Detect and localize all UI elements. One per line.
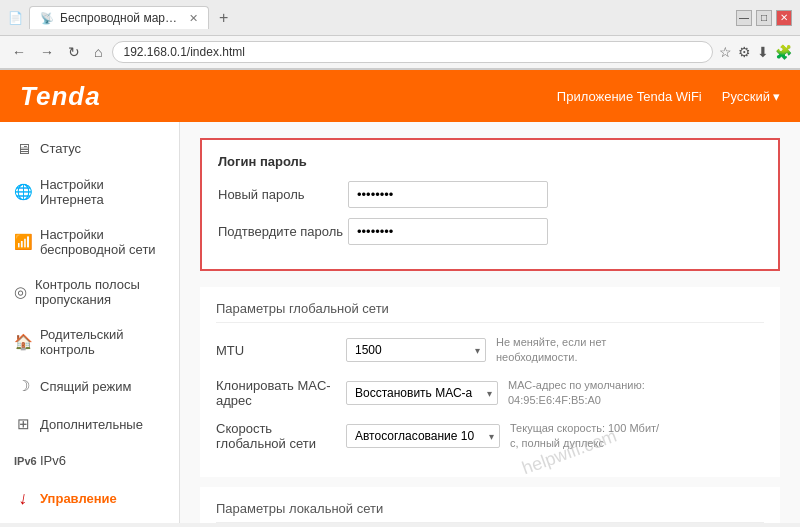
lang-arrow: ▾: [773, 89, 780, 104]
win-maximize-btn[interactable]: □: [756, 10, 772, 26]
mac-select[interactable]: Восстановить МАС-а Клонировать: [346, 381, 498, 405]
sidebar-label-bandwidth: Контроль полосы пропускания: [35, 277, 165, 307]
confirm-password-input[interactable]: [348, 218, 548, 245]
mtu-label: MTU: [216, 343, 336, 358]
settings-icon[interactable]: ⚙: [738, 44, 751, 60]
new-password-label: Новый пароль: [218, 187, 348, 202]
sidebar-item-internet[interactable]: 🌐 Настройки Интернета: [0, 167, 179, 217]
extra-icon: ⊞: [14, 415, 32, 433]
sidebar-item-sleep[interactable]: ☽ Спящий режим: [0, 367, 179, 405]
speed-label: Скорость глобальной сети: [216, 421, 336, 451]
speed-select-wrap: Автосогласование 10 10 Мбит/с 100 Мбит/с…: [346, 424, 500, 448]
active-tab[interactable]: 📡 Беспроводной маршр... ✕: [29, 6, 209, 29]
mac-label: Клонировать MAC-адрес: [216, 378, 336, 408]
mac-select-wrap: Восстановить МАС-а Клонировать ▾: [346, 381, 498, 405]
sidebar-item-ipv6[interactable]: IPv6 IPv6: [0, 443, 179, 478]
sidebar-item-parental[interactable]: 🏠 Родительский контроль: [0, 317, 179, 367]
bandwidth-icon: ◎: [14, 283, 27, 301]
sidebar-label-parental: Родительский контроль: [40, 327, 165, 357]
sidebar-label-internet: Настройки Интернета: [40, 177, 165, 207]
tab-favicon: 📡: [40, 12, 54, 25]
speed-note: Текущая скорость: 100 Мбит/с, полный дуп…: [510, 421, 660, 452]
speed-select[interactable]: Автосогласование 10 10 Мбит/с 100 Мбит/с: [346, 424, 500, 448]
win-close-btn[interactable]: ✕: [776, 10, 792, 26]
sidebar-label-status: Статус: [40, 141, 81, 156]
main-content: Логин пароль Новый пароль Подтвердите па…: [180, 122, 800, 523]
sidebar-label-manage: Управление: [40, 491, 117, 506]
language-selector[interactable]: Русский ▾: [722, 89, 780, 104]
status-icon: 🖥: [14, 140, 32, 157]
social-links: f ✔: [0, 519, 179, 523]
forward-btn[interactable]: →: [36, 42, 58, 62]
sidebar-item-wifi[interactable]: 📶 Настройки беспроводной сети: [0, 217, 179, 267]
speed-row: Скорость глобальной сети Автосогласовани…: [216, 421, 764, 452]
mtu-select-wrap: 1500 1492 1480 ▾: [346, 338, 486, 362]
mtu-select[interactable]: 1500 1492 1480: [346, 338, 486, 362]
wifi-icon: 📶: [14, 233, 32, 251]
new-password-input[interactable]: [348, 181, 548, 208]
internet-icon: 🌐: [14, 183, 32, 201]
new-tab-btn[interactable]: +: [215, 9, 232, 27]
confirm-password-label: Подтвердите пароль: [218, 224, 348, 239]
back-btn[interactable]: ←: [8, 42, 30, 62]
local-network-title: Параметры локальной сети: [216, 501, 764, 523]
ipv6-icon: IPv6: [14, 455, 32, 467]
app-name: Приложение Tenda WiFi: [557, 89, 702, 104]
mac-note: МАС-адрес по умолчанию: 04:95:E6:4F:B5:A…: [508, 378, 658, 409]
mtu-note: Не меняйте, если нет необходимости.: [496, 335, 646, 366]
sidebar-item-status[interactable]: 🖥 Статус: [0, 130, 179, 167]
global-network-title: Параметры глобальной сети: [216, 301, 764, 323]
sidebar-item-bandwidth[interactable]: ◎ Контроль полосы пропускания: [0, 267, 179, 317]
app-header: Tenda Приложение Tenda WiFi Русский ▾: [0, 70, 800, 122]
confirm-password-row: Подтвердите пароль: [218, 218, 762, 245]
win-minimize-btn[interactable]: —: [736, 10, 752, 26]
sleep-icon: ☽: [14, 377, 32, 395]
sidebar-item-extra[interactable]: ⊞ Дополнительные: [0, 405, 179, 443]
sidebar-label-wifi: Настройки беспроводной сети: [40, 227, 165, 257]
parental-icon: 🏠: [14, 333, 32, 351]
local-network-section: Параметры локальной сети IP-адрес локаль…: [200, 487, 780, 523]
new-password-row: Новый пароль: [218, 181, 762, 208]
tenda-logo: Tenda: [20, 81, 101, 112]
bookmark-icon[interactable]: ☆: [719, 44, 732, 60]
sidebar-label-ipv6: IPv6: [40, 453, 66, 468]
browser-tab-icon: 📄: [8, 11, 23, 25]
download-icon[interactable]: ⬇: [757, 44, 769, 60]
global-network-section: Параметры глобальной сети MTU 1500 1492 …: [200, 287, 780, 477]
mtu-row: MTU 1500 1492 1480 ▾ Не меняйте, если не…: [216, 335, 764, 366]
login-section: Логин пароль Новый пароль Подтвердите па…: [200, 138, 780, 271]
home-btn[interactable]: ⌂: [90, 42, 106, 62]
address-bar[interactable]: [112, 41, 713, 63]
manage-icon: ↓: [14, 488, 32, 509]
tab-title: Беспроводной маршр...: [60, 11, 183, 25]
mac-row: Клонировать MAC-адрес Восстановить МАС-а…: [216, 378, 764, 409]
refresh-btn[interactable]: ↻: [64, 42, 84, 62]
sidebar-item-manage[interactable]: ↓ Управление: [0, 478, 179, 519]
sidebar: 🖥 Статус 🌐 Настройки Интернета 📶 Настрой…: [0, 122, 180, 523]
extensions-icon[interactable]: 🧩: [775, 44, 792, 60]
lang-label: Русский: [722, 89, 770, 104]
sidebar-label-extra: Дополнительные: [40, 417, 143, 432]
sidebar-label-sleep: Спящий режим: [40, 379, 132, 394]
tab-close-btn[interactable]: ✕: [189, 12, 198, 25]
login-section-title: Логин пароль: [218, 154, 762, 169]
